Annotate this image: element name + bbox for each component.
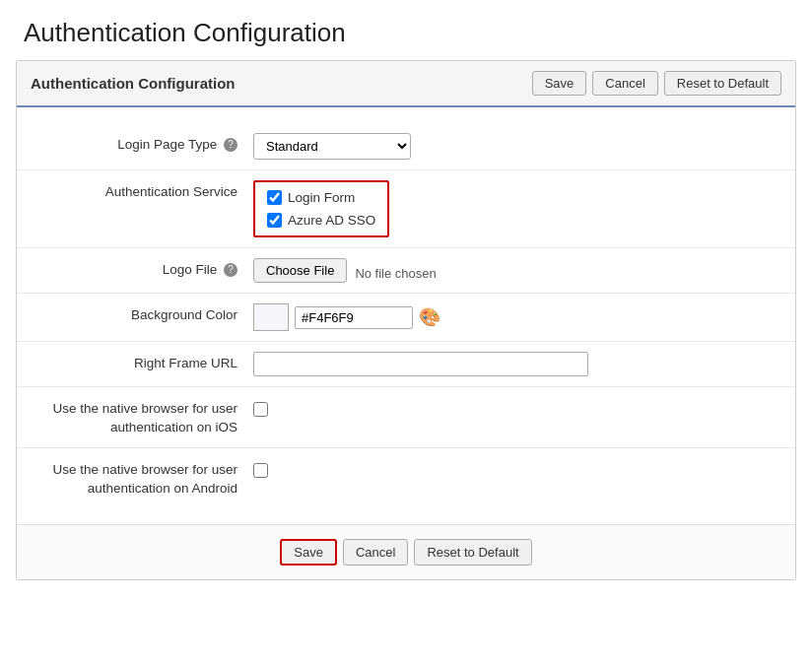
form-body: Login Page Type ? Standard Custom Authen… — [17, 107, 795, 524]
panel-title: Authentication Configuration — [31, 75, 235, 92]
azure-ad-sso-checkbox[interactable] — [267, 213, 282, 228]
no-file-text: No file chosen — [355, 261, 436, 281]
azure-ad-sso-checkbox-row[interactable]: Azure AD SSO — [267, 213, 375, 228]
background-color-label: Background Color — [36, 303, 253, 322]
logo-file-row: Logo File ? Choose File No file chosen — [17, 248, 795, 294]
help-icon-login[interactable]: ? — [224, 138, 237, 152]
auth-service-control: Login Form Azure AD SSO — [253, 180, 776, 237]
help-icon-logo[interactable]: ? — [224, 263, 237, 277]
native-ios-label: Use the native browser for user authenti… — [36, 397, 253, 437]
page-title: Authentication Configuration — [0, 0, 812, 60]
logo-file-label: Logo File ? — [36, 258, 253, 277]
panel-footer: Save Cancel Reset to Default — [17, 524, 795, 579]
cancel-button-bottom[interactable]: Cancel — [343, 539, 408, 566]
color-input[interactable] — [295, 306, 413, 329]
save-button-top[interactable]: Save — [532, 71, 587, 96]
choose-file-button[interactable]: Choose File — [253, 258, 347, 283]
cancel-button-top[interactable]: Cancel — [592, 71, 657, 96]
logo-file-control: Choose File No file chosen — [253, 258, 776, 283]
native-ios-control — [253, 397, 776, 417]
login-page-type-label: Login Page Type ? — [36, 133, 253, 152]
background-color-control: 🎨 — [253, 303, 776, 331]
auth-service-row: Authentication Service Login Form Azure … — [17, 170, 795, 248]
native-android-label: Use the native browser for user authenti… — [36, 458, 253, 499]
save-button-bottom[interactable]: Save — [280, 539, 337, 566]
native-ios-row: Use the native browser for user authenti… — [17, 387, 795, 448]
reset-button-bottom[interactable]: Reset to Default — [414, 539, 531, 566]
right-frame-url-label: Right Frame URL — [36, 352, 253, 370]
color-swatch[interactable] — [253, 303, 289, 331]
background-color-row: Background Color 🎨 — [17, 294, 795, 342]
native-ios-checkbox[interactable] — [253, 402, 268, 417]
login-page-type-row: Login Page Type ? Standard Custom — [17, 123, 795, 170]
login-page-type-control: Standard Custom — [253, 133, 776, 160]
panel-header: Authentication Configuration Save Cancel… — [17, 61, 795, 107]
native-android-checkbox[interactable] — [253, 463, 268, 478]
login-page-type-select[interactable]: Standard Custom — [253, 133, 411, 160]
login-form-label: Login Form — [288, 190, 355, 205]
panel-header-buttons: Save Cancel Reset to Default — [532, 71, 781, 96]
login-form-checkbox-row[interactable]: Login Form — [267, 190, 375, 205]
right-frame-url-row: Right Frame URL — [17, 342, 795, 387]
azure-ad-sso-label: Azure AD SSO — [288, 213, 375, 228]
right-frame-url-control — [253, 352, 776, 376]
reset-button-top[interactable]: Reset to Default — [664, 71, 781, 96]
auth-service-box: Login Form Azure AD SSO — [253, 180, 389, 237]
native-android-row: Use the native browser for user authenti… — [17, 448, 795, 508]
auth-service-label: Authentication Service — [36, 180, 253, 199]
auth-config-panel: Authentication Configuration Save Cancel… — [16, 60, 796, 580]
native-android-control — [253, 458, 776, 478]
color-picker-icon[interactable]: 🎨 — [419, 306, 440, 328]
right-frame-url-input[interactable] — [253, 352, 588, 376]
login-form-checkbox[interactable] — [267, 190, 282, 205]
